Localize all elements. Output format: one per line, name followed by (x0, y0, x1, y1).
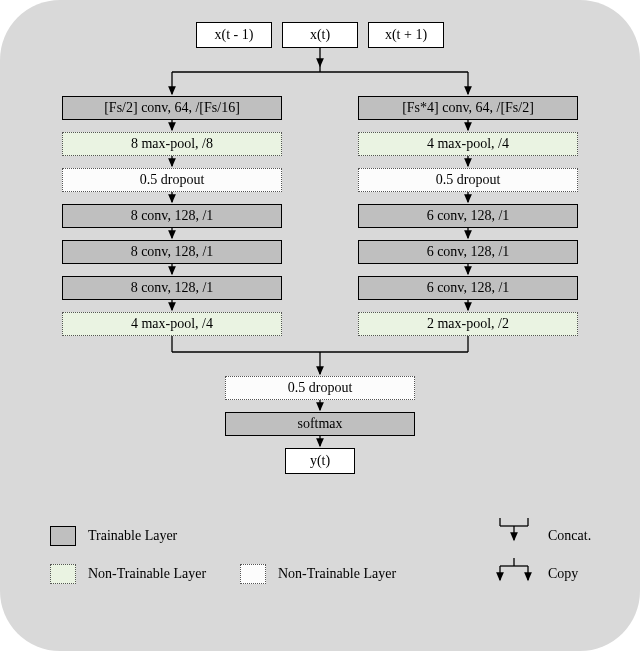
legend-nontrainable-plain-label: Non-Trainable Layer (278, 566, 396, 582)
left-dropout: 0.5 dropout (62, 168, 282, 192)
softmax: softmax (225, 412, 415, 436)
input-x-t-plus-1: x(t + 1) (368, 22, 444, 48)
output-y-t: y(t) (285, 448, 355, 474)
right-conv-4: 6 conv, 128, /1 (358, 276, 578, 300)
right-dropout: 0.5 dropout (358, 168, 578, 192)
legend-nontrainable-fill-swatch (50, 564, 76, 584)
shared-dropout: 0.5 dropout (225, 376, 415, 400)
diagram-canvas: x(t - 1) x(t) x(t + 1) [Fs/2] conv, 64, … (0, 0, 640, 651)
left-conv-2: 8 conv, 128, /1 (62, 204, 282, 228)
legend-concat-label: Concat. (548, 528, 591, 544)
input-x-t: x(t) (282, 22, 358, 48)
legend-copy-label: Copy (548, 566, 578, 582)
left-conv-4: 8 conv, 128, /1 (62, 276, 282, 300)
right-conv-3: 6 conv, 128, /1 (358, 240, 578, 264)
right-conv-2: 6 conv, 128, /1 (358, 204, 578, 228)
input-x-t-minus-1: x(t - 1) (196, 22, 272, 48)
right-maxpool-2: 2 max-pool, /2 (358, 312, 578, 336)
legend-nontrainable-plain-swatch (240, 564, 266, 584)
right-maxpool-1: 4 max-pool, /4 (358, 132, 578, 156)
left-conv-1: [Fs/2] conv, 64, /[Fs/16] (62, 96, 282, 120)
left-maxpool-1: 8 max-pool, /8 (62, 132, 282, 156)
legend-trainable-label: Trainable Layer (88, 528, 177, 544)
right-conv-1: [Fs*4] conv, 64, /[Fs/2] (358, 96, 578, 120)
legend-trainable-swatch (50, 526, 76, 546)
legend-nontrainable-fill-label: Non-Trainable Layer (88, 566, 206, 582)
left-conv-3: 8 conv, 128, /1 (62, 240, 282, 264)
left-maxpool-2: 4 max-pool, /4 (62, 312, 282, 336)
